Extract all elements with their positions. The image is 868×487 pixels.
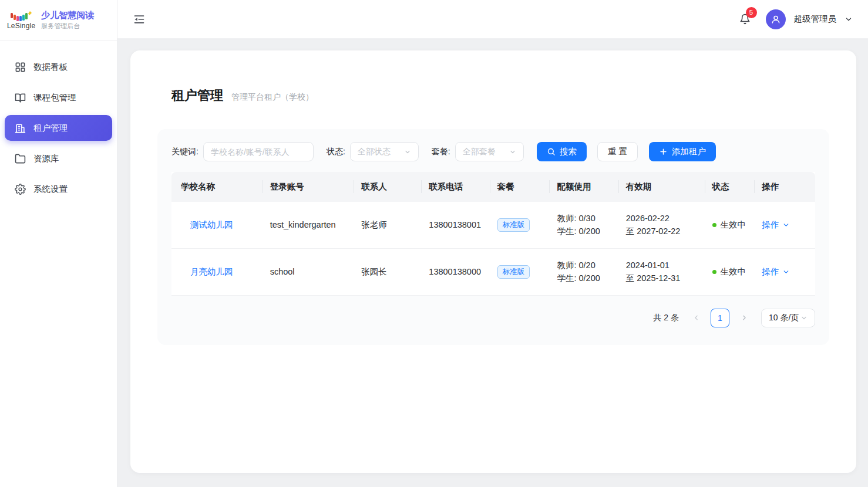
page-title: 租户管理 — [171, 87, 223, 104]
sidebar-item-tenants[interactable]: 租户管理 — [5, 115, 112, 141]
col-contact: 联系人 — [354, 172, 422, 202]
quota-usage: 教师: 0/30 学生: 0/200 — [550, 202, 618, 248]
table-row: 测试幼儿园 test_kindergarten 张老师 13800138001 … — [171, 202, 815, 248]
actions-label: 操作 — [762, 266, 779, 278]
brand-title: 少儿智慧阅读 — [41, 10, 94, 21]
pagination-next-icon[interactable] — [735, 309, 753, 327]
menu-fold-icon[interactable] — [132, 12, 147, 27]
brand-logo: LeSingle 少儿智慧阅读 服务管理后台 — [0, 0, 117, 41]
validity-period: 2026-02-22 至 2027-02-22 — [619, 202, 705, 248]
notification-bell-icon[interactable]: 5 — [738, 12, 753, 27]
chevron-down-icon — [782, 268, 790, 276]
table-row: 月亮幼儿园 school 张园长 13800138000 标准版 教师: 0/2… — [171, 248, 815, 295]
keyword-input[interactable] — [211, 147, 306, 157]
col-plan: 套餐 — [490, 172, 550, 202]
dashboard-icon — [15, 62, 26, 73]
keyword-label: 关键词: — [171, 147, 199, 157]
add-tenant-button-label: 添加租户 — [672, 146, 706, 157]
top-header: 5 超级管理员 — [117, 0, 868, 39]
col-validity: 有效期 — [619, 172, 705, 202]
tenant-panel: 关键词: 状态: 全部状态 套餐: 全部套餐 — [157, 129, 829, 345]
col-quota: 配额使用 — [550, 172, 618, 202]
brand-word: LeSingle — [7, 22, 35, 30]
plan-select[interactable]: 全部套餐 — [455, 142, 524, 161]
lesingle-logo-icon: LeSingle — [7, 11, 35, 30]
gear-icon — [15, 184, 26, 195]
sidebar-item-label: 资源库 — [33, 153, 59, 164]
status-badge: 生效中 — [705, 202, 755, 248]
pagination-prev-icon[interactable] — [687, 309, 705, 327]
tenant-card: 租户管理 管理平台租户（学校） 关键词: 状态: 全部状态 套餐: — [130, 50, 856, 473]
notification-badge: 5 — [746, 7, 757, 18]
contact-phone: 13800138000 — [422, 248, 490, 295]
contact-phone: 13800138001 — [422, 202, 490, 248]
main-content: 租户管理 管理平台租户（学校） 关键词: 状态: 全部状态 套餐: — [117, 39, 868, 487]
search-button[interactable]: 搜索 — [537, 142, 587, 161]
status-select[interactable]: 全部状态 — [350, 142, 419, 161]
brand-subtitle: 服务管理后台 — [41, 22, 94, 31]
plus-icon — [659, 147, 668, 156]
filter-bar: 关键词: 状态: 全部状态 套餐: 全部套餐 — [171, 142, 815, 161]
chevron-down-icon — [800, 314, 808, 322]
login-account: test_kindergarten — [263, 202, 355, 248]
plan-select-value: 全部套餐 — [463, 147, 496, 157]
col-status: 状态 — [705, 172, 755, 202]
tenant-table: 学校名称 登录账号 联系人 联系电话 套餐 配额使用 有效期 状态 操作 — [171, 172, 815, 296]
user-name[interactable]: 超级管理员 — [794, 13, 837, 25]
status-select-value: 全部状态 — [358, 147, 391, 157]
col-school-name: 学校名称 — [171, 172, 263, 202]
reset-button[interactable]: 重 置 — [597, 142, 638, 161]
table-header-row: 学校名称 登录账号 联系人 联系电话 套餐 配额使用 有效期 状态 操作 — [171, 172, 815, 202]
col-login-account: 登录账号 — [263, 172, 355, 202]
sidebar: LeSingle 少儿智慧阅读 服务管理后台 数据看板 课程包管理 租户管理 — [0, 0, 117, 487]
plan-badge: 标准版 — [497, 218, 530, 232]
chevron-down-icon — [404, 148, 411, 155]
sidebar-item-label: 数据看板 — [33, 62, 68, 73]
folder-icon — [15, 153, 26, 164]
row-actions-dropdown[interactable]: 操作 — [762, 266, 808, 278]
sidebar-item-label: 系统设置 — [33, 184, 68, 195]
quota-usage: 教师: 0/20 学生: 0/200 — [550, 248, 618, 295]
avatar[interactable] — [766, 9, 786, 29]
row-actions-dropdown[interactable]: 操作 — [762, 219, 808, 231]
chevron-down-icon — [509, 148, 516, 155]
status-badge: 生效中 — [705, 248, 755, 295]
search-button-label: 搜索 — [560, 146, 577, 157]
pagination-page-1[interactable]: 1 — [711, 309, 729, 327]
sidebar-item-label: 租户管理 — [33, 123, 68, 134]
page-size-select[interactable]: 10 条/页 — [761, 309, 815, 327]
page-size-value: 10 条/页 — [769, 313, 799, 323]
contact-name: 张园长 — [354, 248, 422, 295]
pagination-total: 共 2 条 — [653, 313, 679, 323]
sidebar-item-resources[interactable]: 资源库 — [5, 146, 112, 171]
add-tenant-button[interactable]: 添加租户 — [649, 142, 716, 161]
book-icon — [15, 92, 26, 103]
page-subtitle: 管理平台租户（学校） — [231, 92, 314, 103]
sidebar-item-settings[interactable]: 系统设置 — [5, 176, 112, 202]
status-dot-icon — [712, 223, 716, 227]
school-name-link[interactable]: 测试幼儿园 — [190, 220, 233, 229]
col-actions: 操作 — [755, 172, 815, 202]
plan-label: 套餐: — [432, 147, 450, 157]
status-label: 状态: — [327, 147, 345, 157]
sidebar-item-label: 课程包管理 — [33, 92, 76, 103]
school-name-link[interactable]: 月亮幼儿园 — [190, 267, 233, 276]
col-phone: 联系电话 — [422, 172, 490, 202]
actions-label: 操作 — [762, 219, 779, 231]
sidebar-item-dashboard[interactable]: 数据看板 — [5, 54, 112, 80]
validity-period: 2024-01-01 至 2025-12-31 — [619, 248, 705, 295]
sidebar-item-course-packages[interactable]: 课程包管理 — [5, 84, 112, 110]
chevron-down-icon[interactable] — [845, 15, 853, 23]
reset-button-label: 重 置 — [608, 146, 627, 157]
pagination: 共 2 条 1 10 条/页 — [171, 309, 815, 327]
contact-name: 张老师 — [354, 202, 422, 248]
plan-badge: 标准版 — [497, 265, 530, 279]
keyword-input-wrap — [203, 142, 314, 161]
building-icon — [15, 123, 26, 134]
status-dot-icon — [712, 270, 716, 274]
chevron-down-icon — [782, 221, 790, 229]
sidebar-menu: 数据看板 课程包管理 租户管理 资源库 系统设置 — [0, 41, 117, 215]
search-icon — [547, 147, 556, 156]
login-account: school — [263, 248, 355, 295]
